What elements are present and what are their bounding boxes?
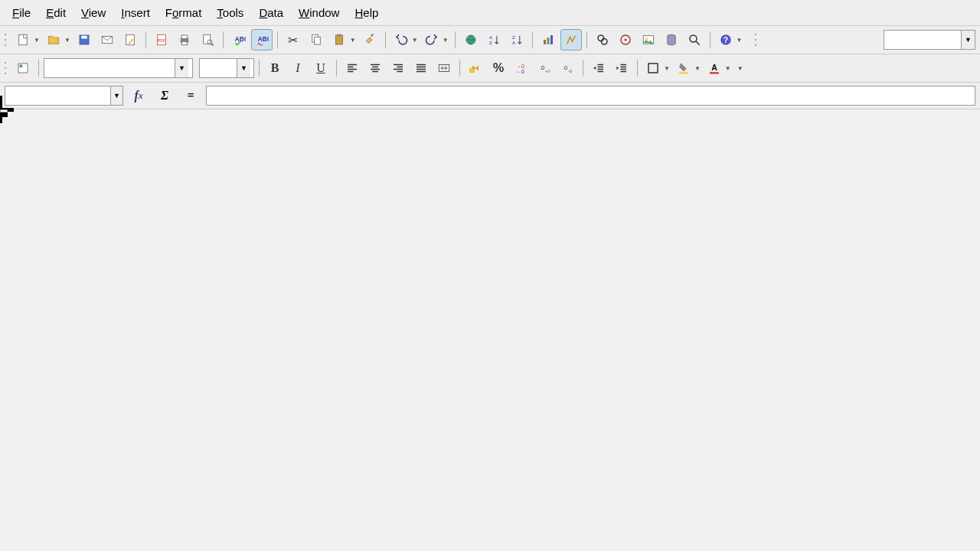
format-paintbrush-button[interactable] [359, 29, 381, 51]
menu-insert[interactable]: Insert [115, 3, 156, 22]
svg-rect-8 [181, 35, 188, 39]
font-name-input[interactable] [44, 59, 175, 77]
align-right-button[interactable] [387, 57, 409, 79]
bold-button[interactable]: B [264, 57, 286, 79]
svg-text:.0: .0 [563, 64, 567, 71]
paste-dropdown[interactable]: ▼ [350, 37, 356, 44]
find-input[interactable] [884, 31, 961, 49]
percent-button[interactable]: % [488, 57, 509, 79]
italic-button[interactable]: I [287, 57, 309, 79]
new-doc-button[interactable] [12, 29, 34, 51]
menu-tools[interactable]: Tools [211, 3, 250, 22]
find-combo[interactable]: ▼ [884, 30, 975, 50]
copy-button[interactable] [305, 29, 327, 51]
format-grip[interactable] [5, 59, 9, 77]
font-size-input[interactable] [200, 59, 237, 77]
edit-doc-button[interactable] [119, 29, 141, 51]
svg-point-42 [470, 68, 475, 73]
align-left-button[interactable] [341, 57, 363, 79]
font-name-combo[interactable]: ▼ [44, 58, 193, 78]
decrease-indent-button[interactable] [588, 57, 609, 79]
font-size-arrow[interactable]: ▼ [237, 59, 250, 77]
undo-button[interactable] [390, 29, 412, 51]
svg-text:Z: Z [512, 35, 515, 40]
show-draw-button[interactable] [560, 29, 582, 51]
toolbar-more[interactable]: ▼ [737, 37, 743, 44]
menu-file[interactable]: File [6, 3, 37, 22]
underline-button[interactable]: U [310, 57, 332, 79]
find-dropdown-arrow[interactable]: ▼ [961, 31, 975, 49]
spellcheck-button[interactable]: ABC [228, 29, 250, 51]
svg-rect-9 [181, 41, 188, 45]
menu-data[interactable]: Data [253, 3, 289, 22]
svg-line-36 [696, 41, 700, 45]
fill-hint-tooltip [0, 109, 8, 112]
name-box[interactable]: ▼ [5, 86, 123, 106]
gallery-button[interactable] [638, 29, 659, 51]
number-std-button[interactable]: →0←0 [511, 57, 532, 79]
font-name-arrow[interactable]: ▼ [175, 59, 188, 77]
sort-asc-button[interactable]: AZ [483, 29, 505, 51]
menu-edit[interactable]: Edit [40, 3, 72, 22]
remove-decimal-button[interactable]: .0-0 [557, 57, 578, 79]
datasources-button[interactable] [661, 29, 682, 51]
fontcolor-button[interactable]: A [704, 57, 725, 79]
equals-button[interactable]: = [180, 86, 201, 106]
export-pdf-button[interactable]: PDF [151, 29, 172, 51]
cell-reference-input[interactable] [5, 90, 110, 103]
chart-button[interactable] [537, 29, 559, 51]
bgcolor-dropdown[interactable]: ▼ [694, 65, 701, 72]
borders-dropdown[interactable]: ▼ [664, 65, 670, 72]
currency-button[interactable] [465, 57, 486, 79]
bgcolor-button[interactable] [673, 57, 694, 79]
svg-text:PDF: PDF [158, 38, 166, 43]
print-preview-button[interactable] [197, 29, 218, 51]
svg-text:ABC: ABC [258, 36, 269, 43]
name-box-arrow[interactable]: ▼ [110, 86, 122, 105]
format-toolbar-more[interactable]: ▼ [737, 65, 743, 72]
open-button[interactable] [43, 29, 64, 51]
font-size-combo[interactable]: ▼ [199, 58, 254, 78]
svg-text:Z: Z [489, 41, 492, 45]
svg-rect-52 [710, 72, 719, 73]
new-doc-dropdown[interactable]: ▼ [34, 37, 40, 44]
sum-button[interactable]: Σ [154, 86, 175, 106]
undo-dropdown[interactable]: ▼ [412, 37, 418, 44]
autospell-button[interactable]: ABC [251, 29, 273, 51]
fontcolor-dropdown[interactable]: ▼ [725, 65, 731, 72]
toolbar-grip[interactable] [5, 31, 9, 49]
borders-button[interactable] [642, 57, 664, 79]
save-button[interactable] [74, 29, 95, 51]
find-toolbar-grip[interactable] [755, 31, 760, 49]
add-decimal-button[interactable]: .0+0 [534, 57, 555, 79]
hyperlink-button[interactable] [460, 29, 482, 51]
navigator-button[interactable] [615, 29, 636, 51]
redo-dropdown[interactable]: ▼ [443, 37, 449, 44]
email-button[interactable] [96, 29, 118, 51]
print-button[interactable] [174, 29, 195, 51]
formula-input[interactable] [206, 86, 975, 106]
paste-button[interactable] [328, 29, 350, 51]
svg-point-31 [624, 39, 626, 41]
menu-window[interactable]: Window [292, 3, 345, 22]
formatting-toolbar: ▼ ▼ B I U % →0←0 .0+0 .0-0 ▼ ▼ A ▼ ▼ [0, 54, 980, 83]
help-button[interactable]: ? [715, 29, 737, 51]
align-center-button[interactable] [364, 57, 386, 79]
increase-indent-button[interactable] [611, 57, 632, 79]
svg-text:.0: .0 [540, 64, 544, 71]
align-justify-button[interactable] [410, 57, 432, 79]
merge-cells-button[interactable] [433, 57, 455, 79]
function-wizard-button[interactable]: fx [128, 86, 149, 106]
zoom-button[interactable] [684, 29, 705, 51]
open-dropdown[interactable]: ▼ [64, 37, 70, 44]
cut-button[interactable]: ✂ [283, 29, 304, 51]
svg-rect-40 [20, 65, 23, 68]
svg-text:A: A [711, 63, 717, 72]
redo-button[interactable] [421, 29, 443, 51]
menu-format[interactable]: Format [159, 3, 208, 22]
sort-desc-button[interactable]: ZA [506, 29, 528, 51]
menu-help[interactable]: Help [348, 3, 384, 22]
menu-view[interactable]: View [75, 3, 112, 22]
styles-button[interactable] [12, 57, 34, 79]
find-replace-button[interactable] [592, 29, 613, 51]
